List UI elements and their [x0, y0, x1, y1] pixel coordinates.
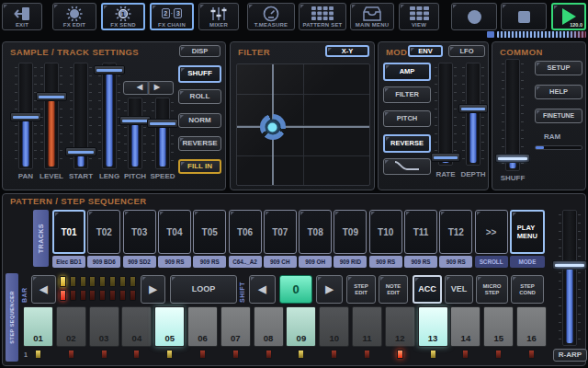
track-button-t05[interactable]: T05: [193, 210, 226, 254]
micro-step-button[interactable]: MICROSTEP: [476, 275, 508, 304]
track-sample-chip[interactable]: Elec BD1: [52, 256, 85, 268]
track-sample-chip[interactable]: 909 RS: [439, 256, 472, 268]
track-sample-chip[interactable]: SCROLL: [475, 256, 508, 268]
prev-sample-icon[interactable]: ◀: [137, 84, 142, 91]
shuffle-slider-handle[interactable]: [495, 154, 530, 163]
filter-xy-pad[interactable]: [236, 63, 370, 186]
track-sample-chip[interactable]: C64.._A2: [229, 256, 262, 268]
step-button-09[interactable]: 09: [286, 306, 316, 347]
step-button-11[interactable]: 11: [352, 306, 382, 347]
track-button-t11[interactable]: T11: [404, 210, 437, 254]
mixer-button[interactable]: MIXER: [198, 3, 239, 30]
fill-in-button[interactable]: FILL IN: [178, 159, 221, 174]
track-sample-chip[interactable]: 909 RS: [369, 256, 402, 268]
main-menu-button[interactable]: MAIN MENU: [350, 3, 394, 30]
track-button-t02[interactable]: T02: [87, 210, 120, 254]
track-button-t08[interactable]: T08: [299, 210, 332, 254]
disp-button[interactable]: DISP: [179, 45, 220, 57]
leng-slider-handle[interactable]: [94, 65, 125, 75]
depth-slider[interactable]: [461, 63, 485, 166]
step-button-07[interactable]: 07: [220, 306, 251, 347]
speed-slider-handle[interactable]: [147, 119, 178, 128]
step-button-10[interactable]: 10: [319, 306, 349, 347]
track-sample-chip[interactable]: MODE: [510, 256, 545, 268]
vel-button[interactable]: VEL: [445, 275, 473, 304]
exit-button[interactable]: EXIT: [2, 3, 42, 30]
track-sample-chip[interactable]: 909 OH: [299, 256, 332, 268]
acc-button[interactable]: ACC: [413, 275, 442, 304]
leng-slider[interactable]: [96, 63, 122, 169]
mod-pitch-button[interactable]: PITCH: [383, 110, 431, 127]
shift-right-button[interactable]: ▶: [316, 275, 343, 304]
norm-button[interactable]: NORM: [178, 113, 221, 128]
level-slider-handle[interactable]: [36, 92, 67, 101]
roll-button[interactable]: ROLL: [178, 89, 221, 104]
fx-send-button[interactable]: 1FX SEND: [101, 3, 145, 30]
step-button-03[interactable]: 03: [89, 306, 119, 347]
track-sample-chip[interactable]: 909 RS: [404, 256, 437, 268]
pan-slider-handle[interactable]: [10, 112, 41, 121]
shuff-button[interactable]: SHUFF: [178, 65, 221, 83]
pattern-position-bar[interactable]: [497, 31, 586, 38]
finetune-button[interactable]: FINETUNE: [535, 109, 582, 123]
view-button[interactable]: VIEW: [399, 3, 439, 30]
lfo-tab[interactable]: LFO: [448, 45, 485, 57]
loop-button[interactable]: LOOP: [170, 275, 237, 304]
step-button-16[interactable]: 16: [516, 306, 547, 347]
track-button-t04[interactable]: T04: [158, 210, 191, 254]
pitch-slider[interactable]: [122, 98, 148, 169]
step-button-15[interactable]: 15: [483, 306, 514, 347]
depth-slider-handle[interactable]: [458, 104, 488, 113]
rate-slider[interactable]: [434, 63, 458, 166]
track-button-t03[interactable]: T03: [123, 210, 156, 254]
track-sample-chip[interactable]: 909 CH: [264, 256, 297, 268]
step-button-01[interactable]: 01: [23, 306, 53, 347]
level-slider[interactable]: [39, 63, 64, 169]
setup-button[interactable]: SETUP: [535, 61, 582, 75]
env-tab[interactable]: ENV: [408, 45, 443, 57]
record-button[interactable]: [451, 3, 497, 30]
step-sequencer-tab[interactable]: STEP SEQUENCER: [6, 273, 18, 362]
track-sample-chip[interactable]: 909 BD6: [87, 256, 120, 268]
fx-chain-button[interactable]: 2·3FX CHAIN: [150, 3, 194, 30]
track-button-t10[interactable]: T10: [369, 210, 402, 254]
sequencer-level-slider[interactable]: [555, 210, 584, 346]
sample-nav-arrows[interactable]: ◀ | ▶: [123, 81, 174, 95]
start-slider[interactable]: [68, 63, 94, 169]
rate-slider-handle[interactable]: [431, 153, 460, 162]
step-button-05[interactable]: 05: [154, 306, 185, 347]
t-measure-button[interactable]: T.MEASURE: [247, 3, 295, 30]
reverse-button[interactable]: REVERSE: [178, 136, 221, 151]
track-sample-chip[interactable]: 909 RS: [158, 256, 191, 268]
play-button[interactable]: 120.0: [551, 3, 586, 30]
xy-mode-button[interactable]: X-Y: [325, 45, 369, 57]
step-button-12[interactable]: 12: [385, 306, 415, 347]
step-button-14[interactable]: 14: [450, 306, 481, 347]
step-button-13[interactable]: 13: [418, 306, 448, 347]
pattern-set-button[interactable]: PATTERN SET: [299, 3, 346, 30]
track-sample-chip[interactable]: 909 RS: [193, 256, 226, 268]
shift-offset-display[interactable]: 0: [279, 275, 312, 304]
speed-slider[interactable]: [150, 98, 175, 169]
decay-curve-button[interactable]: [383, 158, 431, 175]
step-edit-button[interactable]: STEPEDIT: [346, 275, 376, 304]
step-button-08[interactable]: 08: [254, 306, 284, 347]
pan-slider[interactable]: [13, 63, 39, 169]
shift-left-button[interactable]: ◀: [249, 275, 276, 304]
track-button-t01[interactable]: T01: [52, 210, 85, 254]
bar-prev-button[interactable]: ◀: [31, 275, 56, 304]
r-arp-button[interactable]: R-ARP: [553, 349, 587, 362]
step-button-06[interactable]: 06: [187, 306, 218, 347]
bar-next-button[interactable]: ▶: [141, 275, 165, 304]
pitch-slider-handle[interactable]: [119, 116, 151, 125]
shuffle-slider[interactable]: [498, 59, 527, 171]
fx-edit-button[interactable]: FX EDIT: [52, 3, 96, 30]
tracks-tab[interactable]: TRACKS: [33, 210, 49, 267]
help-button[interactable]: HELP: [535, 85, 582, 99]
xy-puck[interactable]: [260, 114, 286, 140]
stop-button[interactable]: [501, 3, 547, 30]
step-button-04[interactable]: 04: [121, 306, 152, 347]
next-sample-icon[interactable]: ▶: [154, 84, 160, 91]
track-sample-chip[interactable]: 909 RID: [334, 256, 367, 268]
note-edit-button[interactable]: NOTEEDIT: [379, 275, 408, 304]
